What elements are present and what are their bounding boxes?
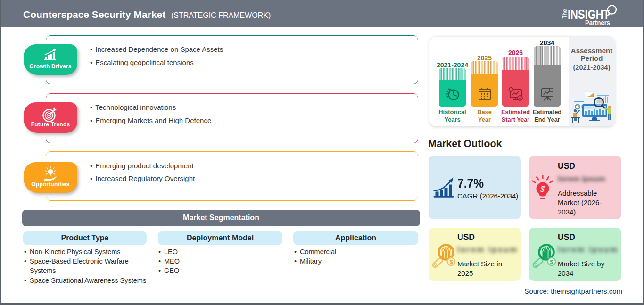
svg-text:$: $	[550, 259, 553, 265]
svg-text:The: The	[561, 9, 568, 18]
svg-text:Partners: Partners	[585, 18, 610, 26]
svg-text:$: $	[450, 259, 453, 265]
